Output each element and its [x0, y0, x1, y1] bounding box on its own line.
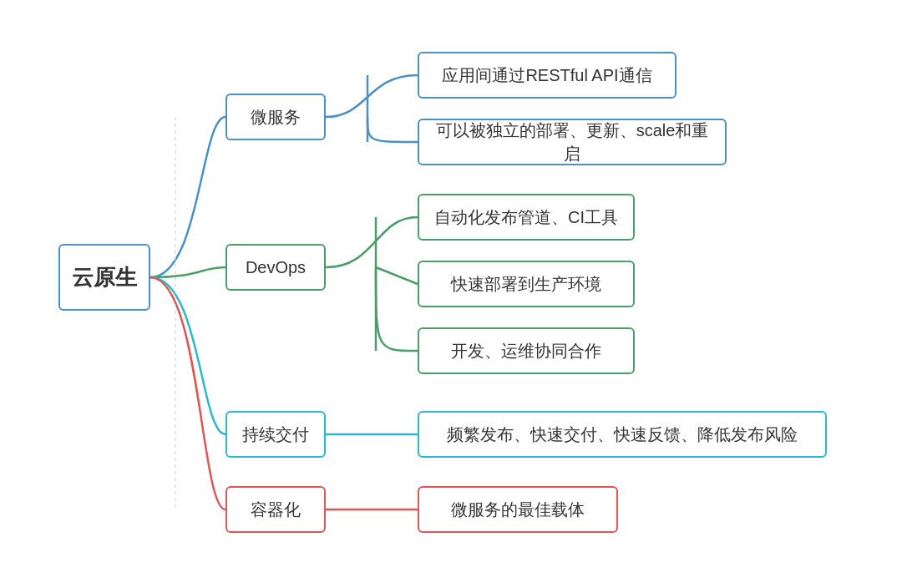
node-rongqi: 容器化 [226, 486, 326, 533]
devops-label: DevOps [246, 256, 306, 279]
root-label: 云原生 [72, 262, 137, 292]
deploy-label: 快速部署到生产环境 [451, 272, 601, 296]
jixu-label: 持续交付 [242, 423, 309, 446]
root-node: 云原生 [58, 244, 150, 311]
best-label: 微服务的最佳载体 [451, 498, 585, 521]
rongqi-label: 容器化 [251, 498, 301, 521]
node-weifuwu: 微服务 [226, 94, 326, 140]
weifuwu-label: 微服务 [251, 105, 301, 129]
cicd-label: 自动化发布管道、CI工具 [434, 205, 618, 229]
freq-label: 频繁发布、快速交付、快速反馈、降低发布风险 [447, 423, 798, 446]
node-cicd: 自动化发布管道、CI工具 [418, 194, 635, 241]
node-collab: 开发、运维协同合作 [418, 327, 635, 374]
node-jixu: 持续交付 [226, 411, 326, 458]
node-api: 应用间通过RESTful API通信 [418, 52, 676, 99]
scale-label: 可以被独立的部署、更新、scale和重启 [431, 119, 713, 165]
node-scale: 可以被独立的部署、更新、scale和重启 [418, 119, 727, 165]
node-best: 微服务的最佳载体 [418, 486, 618, 533]
node-freq: 频繁发布、快速交付、快速反馈、降低发布风险 [418, 411, 827, 458]
node-deploy: 快速部署到生产环境 [418, 261, 635, 307]
api-label: 应用间通过RESTful API通信 [442, 63, 651, 87]
diagram-container: 云原生 微服务 应用间通过RESTful API通信 可以被独立的部署、更新、s… [33, 18, 869, 570]
collab-label: 开发、运维协同合作 [451, 339, 601, 362]
node-devops: DevOps [226, 244, 326, 291]
